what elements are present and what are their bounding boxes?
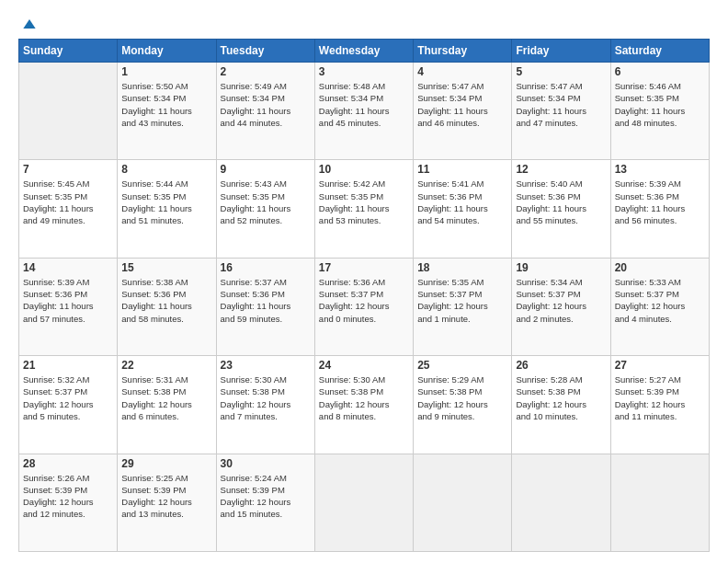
day-info: Sunrise: 5:25 AM Sunset: 5:39 PM Dayligh… <box>121 472 211 521</box>
calendar-cell: 17Sunrise: 5:36 AM Sunset: 5:37 PM Dayli… <box>314 258 413 355</box>
day-info: Sunrise: 5:46 AM Sunset: 5:35 PM Dayligh… <box>615 80 705 129</box>
day-info: Sunrise: 5:26 AM Sunset: 5:39 PM Dayligh… <box>23 472 113 521</box>
day-number: 16 <box>221 261 311 274</box>
weekday-header-thursday: Thursday <box>414 40 512 63</box>
header <box>18 15 710 29</box>
day-number: 23 <box>221 359 311 372</box>
calendar-cell: 5Sunrise: 5:47 AM Sunset: 5:34 PM Daylig… <box>512 63 610 160</box>
weekday-header-row: SundayMondayTuesdayWednesdayThursdayFrid… <box>19 40 710 63</box>
day-info: Sunrise: 5:48 AM Sunset: 5:34 PM Dayligh… <box>319 80 409 129</box>
calendar-cell: 8Sunrise: 5:44 AM Sunset: 5:35 PM Daylig… <box>118 160 216 258</box>
day-info: Sunrise: 5:35 AM Sunset: 5:37 PM Dayligh… <box>417 276 507 325</box>
weekday-header-sunday: Sunday <box>19 40 118 63</box>
week-row-2: 14Sunrise: 5:39 AM Sunset: 5:36 PM Dayli… <box>19 258 710 355</box>
page: SundayMondayTuesdayWednesdayThursdayFrid… <box>0 0 728 563</box>
day-number: 3 <box>319 65 409 78</box>
day-number: 1 <box>121 65 211 78</box>
weekday-header-friday: Friday <box>512 40 610 63</box>
day-number: 19 <box>516 261 606 274</box>
week-row-4: 28Sunrise: 5:26 AM Sunset: 5:39 PM Dayli… <box>19 454 710 551</box>
calendar-cell: 18Sunrise: 5:35 AM Sunset: 5:37 PM Dayli… <box>414 258 512 355</box>
day-info: Sunrise: 5:47 AM Sunset: 5:34 PM Dayligh… <box>516 80 606 129</box>
calendar-cell: 26Sunrise: 5:28 AM Sunset: 5:38 PM Dayli… <box>512 356 610 454</box>
day-info: Sunrise: 5:30 AM Sunset: 5:38 PM Dayligh… <box>221 373 311 422</box>
day-number: 24 <box>319 359 409 372</box>
day-number: 28 <box>23 457 113 470</box>
day-number: 7 <box>23 163 113 176</box>
calendar-cell: 28Sunrise: 5:26 AM Sunset: 5:39 PM Dayli… <box>19 454 118 551</box>
day-info: Sunrise: 5:33 AM Sunset: 5:37 PM Dayligh… <box>615 276 705 325</box>
calendar-cell: 22Sunrise: 5:31 AM Sunset: 5:38 PM Dayli… <box>118 356 216 454</box>
day-number: 6 <box>615 65 705 78</box>
day-info: Sunrise: 5:31 AM Sunset: 5:38 PM Dayligh… <box>121 373 211 422</box>
calendar-cell: 21Sunrise: 5:32 AM Sunset: 5:37 PM Dayli… <box>19 356 118 454</box>
calendar-table: SundayMondayTuesdayWednesdayThursdayFrid… <box>18 39 710 552</box>
week-row-3: 21Sunrise: 5:32 AM Sunset: 5:37 PM Dayli… <box>19 356 710 454</box>
calendar-cell <box>19 63 118 160</box>
day-number: 25 <box>417 359 507 372</box>
calendar-cell <box>414 454 512 551</box>
svg-marker-0 <box>23 19 35 29</box>
day-number: 5 <box>516 65 606 78</box>
calendar-cell <box>512 454 610 551</box>
calendar-cell: 3Sunrise: 5:48 AM Sunset: 5:34 PM Daylig… <box>314 63 413 160</box>
calendar-cell: 29Sunrise: 5:25 AM Sunset: 5:39 PM Dayli… <box>118 454 216 551</box>
calendar-cell: 13Sunrise: 5:39 AM Sunset: 5:36 PM Dayli… <box>610 160 709 258</box>
calendar-cell: 6Sunrise: 5:46 AM Sunset: 5:35 PM Daylig… <box>610 63 709 160</box>
day-info: Sunrise: 5:50 AM Sunset: 5:34 PM Dayligh… <box>121 80 211 129</box>
day-info: Sunrise: 5:32 AM Sunset: 5:37 PM Dayligh… <box>23 373 113 422</box>
day-info: Sunrise: 5:42 AM Sunset: 5:35 PM Dayligh… <box>319 178 409 226</box>
calendar-cell: 14Sunrise: 5:39 AM Sunset: 5:36 PM Dayli… <box>19 258 118 355</box>
day-info: Sunrise: 5:39 AM Sunset: 5:36 PM Dayligh… <box>615 178 705 226</box>
day-info: Sunrise: 5:37 AM Sunset: 5:36 PM Dayligh… <box>221 276 311 325</box>
day-info: Sunrise: 5:47 AM Sunset: 5:34 PM Dayligh… <box>417 80 507 129</box>
logo <box>18 15 39 29</box>
calendar-cell: 11Sunrise: 5:41 AM Sunset: 5:36 PM Dayli… <box>414 160 512 258</box>
logo-icon <box>20 15 39 33</box>
calendar-cell: 27Sunrise: 5:27 AM Sunset: 5:39 PM Dayli… <box>610 356 709 454</box>
day-info: Sunrise: 5:38 AM Sunset: 5:36 PM Dayligh… <box>121 276 211 325</box>
calendar-cell: 20Sunrise: 5:33 AM Sunset: 5:37 PM Dayli… <box>610 258 709 355</box>
day-number: 9 <box>221 163 311 176</box>
day-number: 26 <box>516 359 606 372</box>
day-number: 15 <box>121 261 211 274</box>
week-row-0: 1Sunrise: 5:50 AM Sunset: 5:34 PM Daylig… <box>19 63 710 160</box>
day-number: 11 <box>417 163 507 176</box>
calendar-cell <box>314 454 413 551</box>
day-number: 22 <box>121 359 211 372</box>
day-number: 21 <box>23 359 113 372</box>
day-info: Sunrise: 5:36 AM Sunset: 5:37 PM Dayligh… <box>319 276 409 325</box>
calendar-cell: 4Sunrise: 5:47 AM Sunset: 5:34 PM Daylig… <box>414 63 512 160</box>
day-info: Sunrise: 5:40 AM Sunset: 5:36 PM Dayligh… <box>516 178 606 226</box>
calendar-cell: 7Sunrise: 5:45 AM Sunset: 5:35 PM Daylig… <box>19 160 118 258</box>
day-number: 20 <box>615 261 705 274</box>
day-info: Sunrise: 5:24 AM Sunset: 5:39 PM Dayligh… <box>221 472 311 521</box>
calendar-cell: 10Sunrise: 5:42 AM Sunset: 5:35 PM Dayli… <box>314 160 413 258</box>
day-info: Sunrise: 5:41 AM Sunset: 5:36 PM Dayligh… <box>417 178 507 226</box>
calendar-cell: 16Sunrise: 5:37 AM Sunset: 5:36 PM Dayli… <box>216 258 314 355</box>
day-number: 29 <box>121 457 211 470</box>
day-number: 30 <box>221 457 311 470</box>
day-number: 17 <box>319 261 409 274</box>
day-info: Sunrise: 5:34 AM Sunset: 5:37 PM Dayligh… <box>516 276 606 325</box>
calendar-cell <box>610 454 709 551</box>
day-info: Sunrise: 5:45 AM Sunset: 5:35 PM Dayligh… <box>23 178 113 226</box>
calendar-cell: 1Sunrise: 5:50 AM Sunset: 5:34 PM Daylig… <box>118 63 216 160</box>
weekday-header-monday: Monday <box>118 40 216 63</box>
day-info: Sunrise: 5:49 AM Sunset: 5:34 PM Dayligh… <box>221 80 311 129</box>
day-info: Sunrise: 5:43 AM Sunset: 5:35 PM Dayligh… <box>221 178 311 226</box>
calendar-cell: 19Sunrise: 5:34 AM Sunset: 5:37 PM Dayli… <box>512 258 610 355</box>
day-number: 8 <box>121 163 211 176</box>
calendar-cell: 23Sunrise: 5:30 AM Sunset: 5:38 PM Dayli… <box>216 356 314 454</box>
day-number: 2 <box>221 65 311 78</box>
week-row-1: 7Sunrise: 5:45 AM Sunset: 5:35 PM Daylig… <box>19 160 710 258</box>
day-info: Sunrise: 5:27 AM Sunset: 5:39 PM Dayligh… <box>615 373 705 422</box>
day-number: 10 <box>319 163 409 176</box>
day-number: 27 <box>615 359 705 372</box>
day-number: 12 <box>516 163 606 176</box>
calendar-cell: 15Sunrise: 5:38 AM Sunset: 5:36 PM Dayli… <box>118 258 216 355</box>
day-info: Sunrise: 5:39 AM Sunset: 5:36 PM Dayligh… <box>23 276 113 325</box>
day-number: 4 <box>417 65 507 78</box>
day-number: 18 <box>417 261 507 274</box>
calendar-cell: 25Sunrise: 5:29 AM Sunset: 5:38 PM Dayli… <box>414 356 512 454</box>
